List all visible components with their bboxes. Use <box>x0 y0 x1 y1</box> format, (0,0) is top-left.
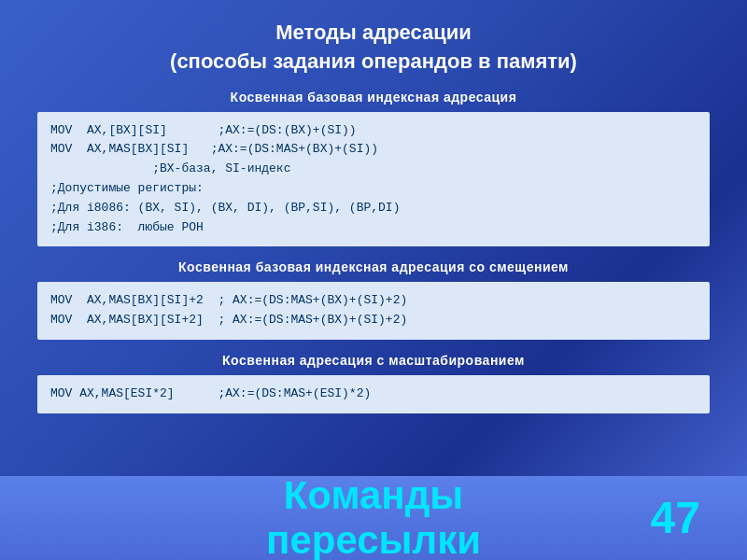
section-2-code: MOV AX,MAS[BX][SI]+2 ; AX:=(DS:MAS+(BX)+… <box>37 282 710 340</box>
page-title: Методы адресации (способы задания операн… <box>37 19 710 77</box>
section-1: Косвенная базовая индексная адресация MO… <box>37 90 710 247</box>
section-3-title: Косвенная адресация с масштабированием <box>37 353 710 368</box>
section-3-code: MOV AX,MAS[ESI*2] ;AX:=(DS:MAS+(ESI)*2) <box>37 375 710 413</box>
section-1-title: Косвенная базовая индексная адресация <box>37 90 710 105</box>
page-number: 47 <box>651 492 700 543</box>
bottom-area: Команды пересылки <box>0 476 747 560</box>
title-line2: (способы задания операндов в памяти) <box>170 49 577 73</box>
title-line1: Методы адресации <box>275 21 472 44</box>
bottom-title: Команды пересылки <box>266 473 481 560</box>
bottom-line2: пересылки <box>266 518 481 560</box>
section-2-title: Косвенная базовая индексная адресация со… <box>37 259 710 274</box>
section-3: Косвенная адресация с масштабированием M… <box>37 353 710 413</box>
section-1-code: MOV AX,[BX][SI] ;AX:=(DS:(BX)+(SI)) MOV … <box>37 112 710 247</box>
bottom-line1: Команды <box>284 473 464 517</box>
section-2: Косвенная базовая индексная адресация со… <box>37 259 710 340</box>
